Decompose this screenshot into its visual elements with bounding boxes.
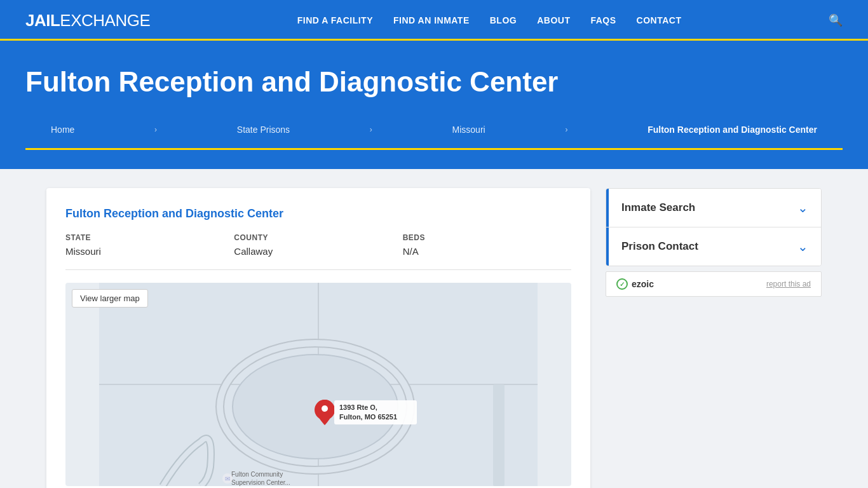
nav-find-inmate[interactable]: FIND AN INMATE — [393, 15, 470, 25]
svg-text:Fulton, MO 65251: Fulton, MO 65251 — [339, 413, 397, 421]
page-content: Fulton Reception and Diagnostic Center S… — [21, 169, 847, 488]
county-label: COUNTY — [234, 233, 402, 242]
svg-point-9 — [322, 405, 328, 412]
breadcrumb-state-prisons[interactable]: State Prisons — [237, 125, 290, 135]
navigation: JAILEXCHANGE FIND A FACILITY FIND AN INM… — [0, 0, 868, 41]
nav-contact[interactable]: CONTACT — [637, 15, 682, 25]
logo-exchange: EXCHANGE — [60, 11, 150, 30]
nav-faqs[interactable]: FAQs — [590, 15, 616, 25]
svg-text:Supervision Center...: Supervision Center... — [231, 479, 290, 486]
breadcrumb: Home › State Prisons › Missouri › Fulton… — [25, 109, 843, 150]
svg-text:1393 Rte O,: 1393 Rte O, — [339, 403, 377, 411]
search-icon[interactable]: 🔍 — [829, 13, 843, 27]
ezoic-icon: ✓ — [616, 278, 628, 290]
ezoic-logo: ✓ ezoic — [616, 278, 654, 290]
accordion-header-prison-contact[interactable]: Prison Contact ⌄ — [606, 227, 821, 266]
map-svg: 1393 Rte O, Fulton, MO 65251 Fulton Comm… — [65, 283, 571, 486]
accordion: Inmate Search ⌄ Prison Contact ⌄ — [606, 188, 822, 266]
accordion-title-inmate-search: Inmate Search — [621, 201, 695, 214]
nav-blog[interactable]: BLOG — [490, 15, 517, 25]
nav-about[interactable]: ABOUT — [537, 15, 570, 25]
accordion-prison-contact: Prison Contact ⌄ — [606, 227, 821, 266]
logo-jail: JAIL — [25, 11, 60, 30]
divider — [65, 269, 571, 270]
accordion-title-prison-contact: Prison Contact — [621, 240, 698, 253]
ezoic-label: ezoic — [632, 279, 654, 289]
breadcrumb-state[interactable]: Missouri — [452, 125, 485, 135]
view-larger-map-button[interactable]: View larger map — [72, 289, 148, 308]
beds-label: BEDS — [403, 233, 571, 242]
county-info: COUNTY Callaway — [234, 233, 402, 257]
facility-title: Fulton Reception and Diagnostic Center — [65, 207, 571, 220]
state-value: Missouri — [65, 246, 234, 257]
page-title: Fulton Reception and Diagnostic Center — [25, 66, 843, 98]
breadcrumb-sep-2: › — [370, 125, 372, 134]
map-container: View larger map — [65, 283, 571, 486]
svg-rect-7 — [493, 384, 505, 486]
accordion-header-inmate-search[interactable]: Inmate Search ⌄ — [606, 189, 821, 227]
report-ad-link[interactable]: report this ad — [766, 280, 811, 288]
ezoic-ad-bar: ✓ ezoic report this ad — [606, 271, 822, 297]
breadcrumb-current: Fulton Reception and Diagnostic Center — [648, 125, 817, 135]
sidebar: Inmate Search ⌄ Prison Contact ⌄ ✓ ezoic… — [606, 188, 822, 297]
beds-value: N/A — [403, 246, 571, 257]
state-label: STATE — [65, 233, 234, 242]
svg-text:✉: ✉ — [225, 475, 230, 482]
breadcrumb-sep-1: › — [154, 125, 157, 134]
chevron-down-icon-inmate: ⌄ — [797, 200, 808, 215]
site-logo[interactable]: JAILEXCHANGE — [25, 11, 150, 30]
nav-links: FIND A FACILITY FIND AN INMATE BLOG ABOU… — [297, 15, 682, 26]
breadcrumb-home[interactable]: Home — [51, 125, 74, 135]
beds-info: BEDS N/A — [403, 233, 571, 257]
nav-find-facility[interactable]: FIND A FACILITY — [297, 15, 373, 25]
breadcrumb-sep-3: › — [565, 125, 567, 134]
county-value: Callaway — [234, 246, 402, 257]
info-grid: STATE Missouri COUNTY Callaway BEDS N/A — [65, 233, 571, 257]
main-card: Fulton Reception and Diagnostic Center S… — [46, 188, 590, 488]
state-info: STATE Missouri — [65, 233, 234, 257]
accordion-inmate-search: Inmate Search ⌄ — [606, 189, 821, 227]
chevron-down-icon-prison: ⌄ — [797, 239, 808, 254]
svg-text:Fulton Community: Fulton Community — [231, 471, 283, 478]
hero-section: Fulton Reception and Diagnostic Center H… — [0, 41, 868, 169]
